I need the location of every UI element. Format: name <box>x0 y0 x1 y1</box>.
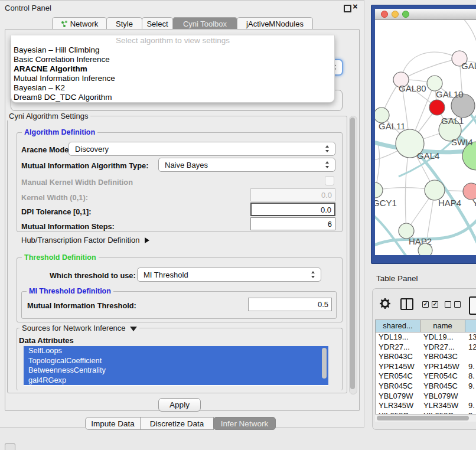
dpi-tolerance-field[interactable]: 0.0 <box>250 203 335 216</box>
mi-steps-field[interactable]: 6 <box>250 217 335 230</box>
table-horizontal-scrollbar[interactable] <box>375 414 476 422</box>
network-node[interactable] <box>425 180 445 200</box>
dropdown-item[interactable]: Dream8 DC_TDC Algorithm <box>11 93 334 102</box>
close-icon[interactable]: × <box>353 1 358 11</box>
table-row[interactable]: YBR043CYBR043C <box>376 352 476 362</box>
table-row[interactable]: YBR045CYBR045C9. <box>376 381 476 392</box>
column-header[interactable] <box>465 320 476 332</box>
close-traffic-light[interactable] <box>381 11 388 18</box>
attribute-list-item[interactable]: gal4RGexp <box>24 376 328 386</box>
settings-scrollbar[interactable] <box>349 116 357 394</box>
table-cell: YLR345W <box>420 401 465 411</box>
tab-infer-network[interactable]: Infer Network <box>213 417 276 430</box>
attribute-list-item[interactable]: SelfLoops <box>24 346 328 356</box>
network-node[interactable] <box>463 183 476 200</box>
list-scrollbar-thumb[interactable] <box>322 348 327 379</box>
minimize-traffic-light[interactable] <box>392 11 399 18</box>
node-label: HAP4 <box>438 198 461 208</box>
table-cell: 12 <box>465 343 476 353</box>
hub-definition-toggle[interactable]: Hub/Transcription Factor Definition <box>21 236 149 244</box>
mi-type-label: Mutual Information Algorithm Type: <box>21 161 148 170</box>
deselect-all-checks-icon[interactable] <box>445 301 461 308</box>
table-cell: YBR045C <box>376 381 420 392</box>
table-cell: YBR043C <box>420 352 465 362</box>
aracne-mode-combo[interactable]: Discovery <box>69 142 335 156</box>
node-label: GAL10 <box>436 89 464 99</box>
mi-threshold-field[interactable]: 0.5 <box>248 298 332 311</box>
table-row[interactable]: YDL19...YDL19...13 <box>376 332 476 343</box>
dpi-tolerance-label: DPI Tolerance [0,1]: <box>21 207 92 216</box>
tab-label: Impute Data <box>91 419 135 428</box>
table-cell: 8. <box>465 371 476 381</box>
zoom-traffic-light[interactable] <box>402 11 409 18</box>
table-row[interactable]: YLR345WYLR345W9. <box>376 401 476 411</box>
dropdown-item[interactable]: ARACNE Algorithm <box>11 64 334 74</box>
table-cell: YBL079W <box>376 392 420 402</box>
network-edge[interactable] <box>464 20 476 46</box>
node-attribute-table[interactable]: shared...name YDL19...YDL19...13YDR27...… <box>375 319 476 415</box>
dropdown-item[interactable]: Bayesian – K2 <box>11 83 334 93</box>
sources-title[interactable]: Sources for Network Inference <box>19 324 139 332</box>
table-cell: YDL19... <box>376 332 420 343</box>
dropdown-item[interactable]: Basic Correlation Inference <box>11 55 334 64</box>
network-window-titlebar[interactable] <box>375 9 476 20</box>
scrollbar-thumb[interactable] <box>377 416 469 420</box>
table-cell <box>465 392 476 402</box>
node-label: GAL <box>461 61 476 71</box>
table-cell: YBR045C <box>420 381 465 392</box>
hub-definition-label: Hub/Transcription Factor Definition <box>21 236 139 244</box>
network-node[interactable] <box>429 100 445 115</box>
which-threshold-combo[interactable]: MI Threshold <box>137 268 321 282</box>
inference-combo-arrow-focused[interactable] <box>334 59 343 76</box>
attribute-list-item[interactable]: TopologicalCoefficient <box>24 356 328 366</box>
table-cell: YDR27... <box>420 343 465 353</box>
dropdown-item[interactable]: Mutual Information Inference <box>11 74 334 83</box>
kernel-width-label: Kernel Width (0,1): <box>21 193 88 202</box>
table-cell: 9. <box>465 401 476 411</box>
column-header[interactable]: shared... <box>376 320 420 332</box>
table-row[interactable]: YPR145WYPR145W9. <box>376 362 476 372</box>
dropdown-placeholder: Select algorithm to view settings <box>11 35 334 45</box>
tab-cyni-toolbox[interactable]: Cyni Toolbox <box>172 17 237 30</box>
table-row[interactable]: YBL079WYBL079W <box>376 392 476 402</box>
table-row[interactable]: YER054CYER054C8. <box>376 371 476 381</box>
float-window-icon[interactable] <box>344 5 351 12</box>
apply-button[interactable]: Apply <box>158 398 201 412</box>
table-cell: 9. <box>465 381 476 392</box>
tab-label: Select <box>146 19 168 28</box>
tab-discretize-data[interactable]: Discretize Data <box>140 417 214 430</box>
gear-icon[interactable] <box>379 298 391 312</box>
node-label: Y <box>472 198 476 208</box>
group-title: Algorithm Definition <box>22 128 97 136</box>
tab-network[interactable]: Network <box>52 17 107 30</box>
group-title: MI Threshold Definition <box>27 287 113 295</box>
tab-impute-data[interactable]: Impute Data <box>85 417 141 430</box>
table-panel: ✓✓ shared...name YDL19...YDL19...13YDR27… <box>372 288 476 430</box>
network-canvas[interactable]: GALGAL80GAL10GAL1GAL11SWI4GAL4GCY1HAP4YH… <box>375 20 476 255</box>
mi-steps-label: Mutual Information Steps: <box>21 222 115 231</box>
attribute-list-item[interactable]: BetweennessCentrality <box>24 366 328 376</box>
columns-icon[interactable] <box>400 298 413 310</box>
tab-label: Network <box>70 19 99 28</box>
table-cell: YER054C <box>376 371 420 381</box>
manual-kernel-checkbox[interactable] <box>325 176 334 185</box>
table-header-row: shared...name <box>376 320 476 332</box>
document-icon[interactable] <box>469 296 476 315</box>
column-header[interactable]: name <box>420 320 465 332</box>
spinner-arrows-icon <box>311 271 315 278</box>
dropdown-item[interactable]: Bayesian – Hill Climbing <box>11 45 334 55</box>
tab-select[interactable]: Select <box>142 17 173 30</box>
mi-type-combo[interactable]: Naive Bayes <box>158 158 335 172</box>
collapse-down-icon <box>130 327 137 331</box>
tab-jactivemnodules[interactable]: jActiveMNodules <box>237 17 313 30</box>
combo-value: Discovery <box>75 145 109 154</box>
tab-style[interactable]: Style <box>106 17 142 30</box>
table-row[interactable]: YDR27...YDR27...12 <box>376 343 476 353</box>
scrollbar-thumb[interactable] <box>350 118 355 389</box>
network-node[interactable] <box>375 182 383 198</box>
data-attributes-list[interactable]: SelfLoopsTopologicalCoefficientBetweenne… <box>24 346 328 386</box>
expand-right-icon <box>145 237 149 243</box>
bottom-left-icon[interactable] <box>5 444 15 450</box>
select-all-checks-icon[interactable]: ✓✓ <box>422 301 438 308</box>
table-cell: 13 <box>465 332 476 343</box>
